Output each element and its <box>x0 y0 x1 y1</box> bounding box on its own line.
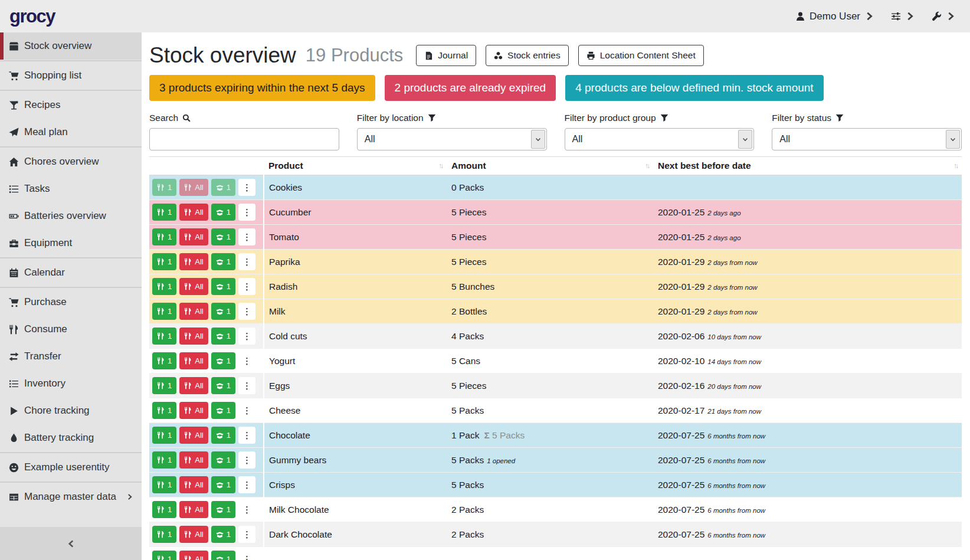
sidebar-item-shopping-list[interactable]: Shopping list <box>0 62 142 89</box>
consume-one-button[interactable]: 1 <box>152 402 176 419</box>
consume-one-button[interactable]: 1 <box>152 278 176 295</box>
status-select[interactable]: All <box>772 128 962 150</box>
mark-opened-button[interactable]: 1 <box>211 328 235 345</box>
consume-one-button[interactable]: 1 <box>152 501 176 518</box>
below-min-stock-banner[interactable]: 4 products are below defined min. stock … <box>565 75 823 101</box>
row-menu-button[interactable]: ⋮ <box>238 402 255 419</box>
consume-one-button[interactable]: 1 <box>152 451 176 469</box>
mark-opened-button[interactable]: 1 <box>211 377 235 394</box>
row-menu-button[interactable]: ⋮ <box>238 377 255 394</box>
mark-opened-button[interactable]: 1 <box>211 204 235 221</box>
search-input[interactable] <box>149 128 339 150</box>
sidebar-item-inventory[interactable]: Inventory <box>0 370 142 397</box>
consume-all-button[interactable]: All <box>179 303 208 320</box>
consume-one-button[interactable]: 1 <box>152 352 176 369</box>
sidebar-item-chore-tracking[interactable]: Chore tracking <box>0 397 142 424</box>
consume-all-button[interactable]: All <box>179 451 208 469</box>
consume-one-button[interactable]: 1 <box>152 204 176 221</box>
consume-one-button[interactable]: 1 <box>152 427 176 444</box>
user-menu[interactable]: Demo User <box>795 11 874 22</box>
mark-opened-button[interactable]: 1 <box>211 427 235 444</box>
consume-one-button[interactable]: 1 <box>152 526 176 543</box>
sidebar-collapse-button[interactable] <box>0 527 142 560</box>
sidebar-item-chores-overview[interactable]: Chores overview <box>0 148 142 175</box>
consume-all-button[interactable]: All <box>179 328 208 345</box>
row-menu-button[interactable]: ⋮ <box>238 228 255 245</box>
mark-opened-button[interactable]: 1 <box>211 278 235 295</box>
consume-all-button[interactable]: All <box>179 427 208 444</box>
row-menu-button[interactable]: ⋮ <box>238 551 255 560</box>
row-menu-button[interactable]: ⋮ <box>238 278 255 295</box>
sidebar-item-equipment[interactable]: Equipment <box>0 230 142 257</box>
consume-all-button[interactable]: All <box>179 526 208 543</box>
consume-one-button[interactable]: 1 <box>152 179 176 196</box>
sidebar-item-battery-tracking[interactable]: Battery tracking <box>0 424 142 451</box>
consume-all-button[interactable]: All <box>179 377 208 394</box>
sidebar-item-meal-plan[interactable]: Meal plan <box>0 119 142 146</box>
box-open-icon <box>216 382 224 389</box>
journal-button[interactable]: Journal <box>416 45 476 66</box>
column-header-best-before[interactable]: Next best before date ↑↓ <box>653 157 962 175</box>
sidebar-item-example-userentity[interactable]: Example userentity <box>0 454 142 481</box>
mark-opened-button[interactable]: 1 <box>211 526 235 543</box>
consume-all-button[interactable]: All <box>179 476 208 493</box>
consume-one-button[interactable]: 1 <box>152 377 176 394</box>
mark-opened-button[interactable]: 1 <box>211 551 235 560</box>
mark-opened-button[interactable]: 1 <box>211 501 235 518</box>
consume-all-button[interactable]: All <box>179 402 208 419</box>
stock-entries-button[interactable]: Stock entries <box>486 45 569 66</box>
location-select[interactable]: All <box>357 128 547 150</box>
row-menu-button[interactable]: ⋮ <box>238 501 255 518</box>
row-menu-button[interactable]: ⋮ <box>238 476 255 493</box>
consume-one-button[interactable]: 1 <box>152 228 176 245</box>
column-header-product[interactable]: Product ↑↓ <box>264 157 447 175</box>
consume-one-button[interactable]: 1 <box>152 303 176 320</box>
sidebar-item-batteries-overview[interactable]: Batteries overview <box>0 202 142 230</box>
consume-all-button[interactable]: All <box>179 352 208 369</box>
sidebar-item-stock-overview[interactable]: Stock overview <box>0 32 142 60</box>
app-logo[interactable]: grocy <box>9 6 55 27</box>
column-header-amount[interactable]: Amount ↑↓ <box>447 157 653 175</box>
expired-banner[interactable]: 2 products are already expired <box>385 75 556 101</box>
consume-one-button[interactable]: 1 <box>152 328 176 345</box>
settings-menu[interactable] <box>891 11 915 21</box>
row-menu-button[interactable]: ⋮ <box>238 352 255 369</box>
sidebar-item-consume[interactable]: Consume <box>0 316 142 343</box>
consume-all-button[interactable]: All <box>179 253 208 270</box>
sidebar-item-calendar[interactable]: Calendar <box>0 259 142 286</box>
sidebar-item-recipes[interactable]: Recipes <box>0 91 142 119</box>
consume-all-button[interactable]: All <box>179 228 208 245</box>
consume-one-button[interactable]: 1 <box>152 253 176 270</box>
sidebar-item-manage-master-data[interactable]: Manage master data <box>0 483 142 510</box>
mark-opened-button[interactable]: 1 <box>211 253 235 270</box>
row-menu-button[interactable]: ⋮ <box>238 451 255 469</box>
admin-menu[interactable] <box>932 11 956 21</box>
mark-opened-button[interactable]: 1 <box>211 352 235 369</box>
row-menu-button[interactable]: ⋮ <box>238 427 255 444</box>
mark-opened-button[interactable]: 1 <box>211 402 235 419</box>
row-menu-button[interactable]: ⋮ <box>238 204 255 221</box>
mark-opened-button[interactable]: 1 <box>211 476 235 493</box>
consume-all-button[interactable]: All <box>179 501 208 518</box>
mark-opened-button[interactable]: 1 <box>211 303 235 320</box>
mark-opened-button[interactable]: 1 <box>211 228 235 245</box>
sidebar-item-tasks[interactable]: Tasks <box>0 175 142 202</box>
sidebar-item-purchase[interactable]: Purchase <box>0 289 142 316</box>
consume-one-button[interactable]: 1 <box>152 476 176 493</box>
location-content-sheet-button[interactable]: Location Content Sheet <box>578 45 704 66</box>
row-menu-button[interactable]: ⋮ <box>238 179 255 196</box>
consume-all-button[interactable]: All <box>179 551 208 560</box>
row-menu-button[interactable]: ⋮ <box>238 328 255 345</box>
sidebar-item-transfer[interactable]: Transfer <box>0 343 142 370</box>
consume-all-button[interactable]: All <box>179 204 208 221</box>
mark-opened-button[interactable]: 1 <box>211 179 235 196</box>
row-menu-button[interactable]: ⋮ <box>238 253 255 270</box>
consume-all-button[interactable]: All <box>179 179 208 196</box>
row-menu-button[interactable]: ⋮ <box>238 526 255 543</box>
consume-one-button[interactable]: 1 <box>152 551 176 560</box>
mark-opened-button[interactable]: 1 <box>211 451 235 469</box>
consume-all-button[interactable]: All <box>179 278 208 295</box>
row-menu-button[interactable]: ⋮ <box>238 303 255 320</box>
expiring-soon-banner[interactable]: 3 products expiring within the next 5 da… <box>149 75 375 101</box>
product-group-select[interactable]: All <box>565 128 755 150</box>
